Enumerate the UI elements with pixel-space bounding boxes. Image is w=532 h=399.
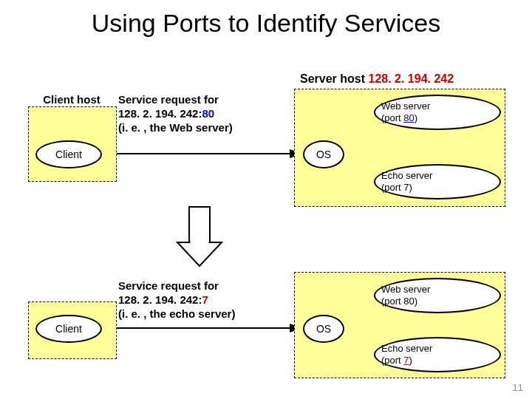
server-host-ip: 128. 2. 194. 242: [368, 72, 454, 85]
slide-title: Using Ports to Identify Services: [0, 9, 532, 38]
web-server-label-top: Web server: [381, 100, 499, 112]
web-server-label-bottom: Web server: [381, 284, 499, 296]
os-text-bottom: OS: [316, 323, 331, 335]
os-ellipse-top: OS: [303, 140, 344, 168]
client-text: Client: [55, 149, 82, 160]
echo-server-ellipse-bottom: Echo server (port 7): [374, 337, 501, 372]
service-request-text-top: Service request for 128. 2. 194. 242:80 …: [118, 93, 281, 134]
req2-ip: 128. 2. 194. 242:: [118, 293, 202, 306]
web-port-bottom: 80: [403, 296, 414, 307]
svg-rect-4: [189, 207, 210, 242]
down-arrow-icon: [177, 207, 222, 266]
echo-port-bottom: 7: [403, 355, 409, 366]
client-text-bottom: Client: [55, 323, 82, 335]
req2-line3: (i. e. , the echo server): [118, 307, 281, 321]
client-ellipse-bottom: Client: [35, 315, 102, 343]
req1-line3: (i. e. , the Web server): [118, 121, 281, 135]
os-text-top: OS: [316, 149, 331, 160]
echo-port-prefix-bottom: (port: [381, 355, 403, 366]
page-number: 11: [513, 382, 523, 393]
os-ellipse-bottom: OS: [303, 315, 344, 343]
server-host-prefix: Server host: [300, 72, 368, 85]
echo-port-suffix-top: ): [409, 182, 412, 193]
req1-port: 80: [202, 107, 214, 120]
req2-line1: Service request for: [118, 279, 281, 293]
echo-server-label-bottom: Echo server: [381, 343, 499, 355]
web-port-prefix-bottom: (port: [381, 296, 403, 307]
web-port-top: 80: [403, 112, 414, 123]
echo-port-top: 7: [403, 182, 409, 193]
echo-server-label-top: Echo server: [381, 170, 499, 182]
web-port-suffix-top: ): [415, 112, 417, 123]
client-ellipse-top: Client: [35, 140, 102, 168]
req1-ip: 128. 2. 194. 242:: [118, 107, 202, 120]
web-server-ellipse-top: Web server (port 80): [374, 95, 501, 130]
echo-port-prefix-top: (port: [381, 182, 403, 193]
web-server-ellipse-bottom: Web server (port 80): [374, 278, 501, 313]
service-request-text-bottom: Service request for 128. 2. 194. 242:7 (…: [118, 279, 281, 321]
web-port-suffix-bottom: ): [415, 296, 417, 307]
web-port-prefix-top: (port: [381, 112, 403, 123]
client-host-label: Client host: [31, 93, 112, 106]
req2-port: 7: [202, 293, 208, 306]
server-host-label: Server host 128. 2. 194. 242: [300, 72, 454, 86]
echo-server-ellipse-top: Echo server (port 7): [374, 164, 501, 200]
req1-line1: Service request for: [118, 93, 281, 107]
echo-port-suffix-bottom: ): [409, 355, 412, 366]
svg-rect-5: [191, 239, 209, 244]
